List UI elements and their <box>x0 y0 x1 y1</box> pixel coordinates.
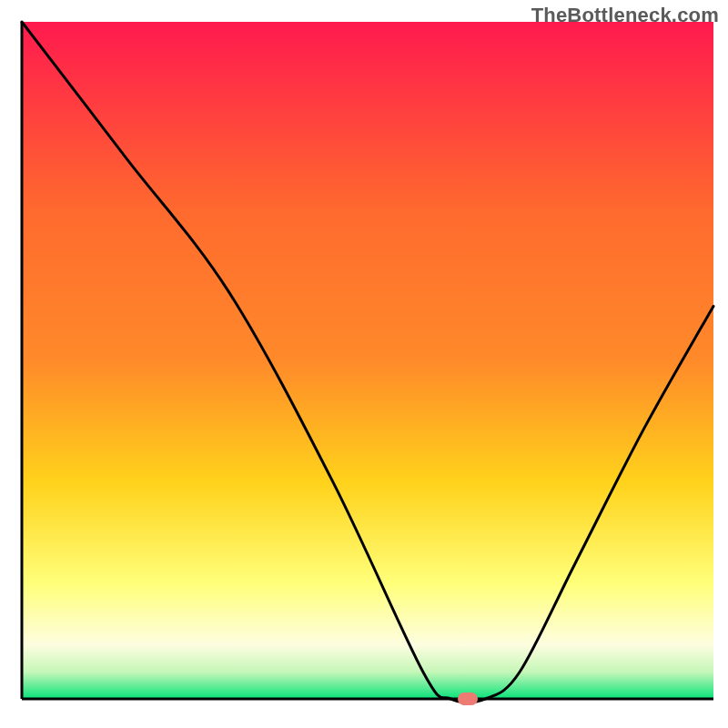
minimum-marker <box>458 693 478 705</box>
plot-background <box>22 22 713 699</box>
chart-frame: TheBottleneck.com <box>0 0 728 728</box>
watermark-text: TheBottleneck.com <box>531 4 719 27</box>
chart-canvas <box>0 0 728 728</box>
